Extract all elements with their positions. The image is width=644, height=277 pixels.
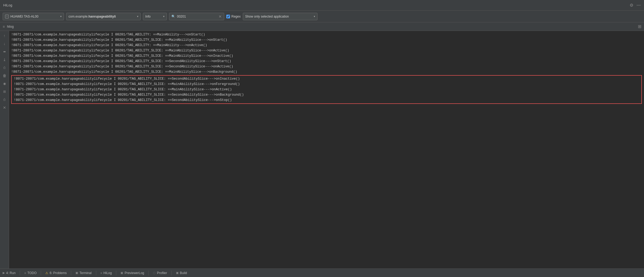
status-divider [41, 271, 41, 275]
package-select[interactable]: com.example.hanrupageabilityli ▾ [66, 13, 141, 20]
status-divider [71, 271, 71, 275]
log-container: ≡ hilog ⊞ ↑ ↓ ⬌ ⤓ ⎙ 🗑 ◉ ⊞ ⎙ ✕ !8071-2807… [0, 22, 644, 268]
log-line: !8071-28071/com.example.hanrupageability… [9, 48, 644, 53]
package-chevron: ▾ [137, 15, 138, 18]
regex-label[interactable]: Regex [226, 15, 241, 18]
status-problems[interactable]: ⚠ 6: Problems [45, 271, 67, 275]
log-lines[interactable]: !8071-28071/com.example.hanrupageability… [9, 31, 644, 268]
log-line: !8071-28071/com.example.hanrupageability… [9, 64, 644, 69]
package-label: com.example.hanrupageabilityli [69, 15, 116, 18]
hilog-icon: ≡ [100, 271, 102, 275]
profiler-label: Profiler [157, 271, 167, 275]
scroll-to-end-button[interactable]: ⤓ [1, 56, 8, 63]
status-divider [171, 271, 172, 275]
status-run[interactable]: ▶ 4: Run [3, 271, 15, 275]
search-clear-button[interactable]: ✕ [219, 14, 222, 19]
print-button[interactable]: ⎙ [1, 64, 8, 71]
log-line: !8071-28071/com.example.hanrupageability… [9, 32, 644, 37]
terminal-label: Terminal [79, 271, 91, 275]
log-line: !8071-28071/com.example.hanrupageability… [9, 69, 644, 75]
previewerlog-icon: ▣ [120, 271, 123, 275]
log-line: !8071-28071/com.example.hanrupageability… [12, 92, 641, 97]
toolbar: □ HUAWEI TAS-AL00 ▾ com.example.hanrupag… [0, 11, 644, 22]
status-todo[interactable]: ≡ TODO [24, 271, 37, 275]
device-chevron: ▾ [60, 15, 62, 18]
log-line: !8071-28071/com.example.hanrupageability… [12, 97, 641, 103]
profiler-icon: ◌ [153, 271, 156, 275]
log-line: !8071-28071/com.example.hanrupageability… [12, 82, 641, 87]
status-divider [148, 271, 149, 275]
todo-label: TODO [27, 271, 37, 275]
title-bar: HiLog ⚙ — [0, 0, 644, 11]
search-icon: 🔍 [171, 15, 175, 18]
level-label: Info [145, 15, 151, 18]
status-bar: ▶ 4: Run ≡ TODO ⚠ 6: Problems ▣ Terminal… [0, 268, 644, 277]
close-button[interactable]: ✕ [1, 104, 8, 111]
scroll-down-button[interactable]: ↓ [1, 40, 8, 47]
highlight-region: !8071-28071/com.example.hanrupageability… [11, 75, 642, 104]
search-input[interactable] [177, 15, 217, 18]
status-terminal[interactable]: ▣ Terminal [75, 271, 91, 275]
status-hilog[interactable]: ≡ HiLog [100, 271, 112, 275]
status-build[interactable]: ▣ Build [176, 271, 187, 275]
status-previewerlog[interactable]: ▣ PreviewerLog [120, 271, 144, 275]
regex-checkbox[interactable] [226, 15, 230, 18]
log-line: !8071-28071/com.example.hanrupageability… [9, 37, 644, 43]
log-header: ≡ hilog ⊞ [0, 22, 644, 31]
run-icon: ▶ [3, 271, 5, 275]
log-line: !8071-28071/com.example.hanrupageability… [9, 59, 644, 64]
build-label: Build [180, 271, 187, 275]
level-chevron: ▾ [163, 15, 164, 18]
log-line: !8071-28071/com.example.hanrupageability… [12, 87, 641, 92]
clear-button[interactable]: 🗑 [1, 72, 8, 79]
log-line: !8071-28071/com.example.hanrupageability… [9, 43, 644, 48]
wrap-button[interactable]: ⬌ [1, 48, 8, 55]
layout-icon[interactable]: ⊞ [638, 24, 641, 29]
log-title-section: ≡ hilog [3, 25, 14, 29]
export-button[interactable]: ⎙ [1, 96, 8, 103]
search-box: 🔍 ✕ [169, 13, 224, 20]
show-application-select[interactable]: Show only selected application ▾ [243, 13, 317, 20]
log-body: ↑ ↓ ⬌ ⤓ ⎙ 🗑 ◉ ⊞ ⎙ ✕ !8071-28071/com.exam… [0, 31, 644, 268]
log-line: !8071-28071/com.example.hanrupageability… [9, 53, 644, 59]
scroll-up-button[interactable]: ↑ [1, 32, 8, 39]
problems-label: 6: Problems [50, 271, 67, 275]
device-icon: □ [5, 15, 9, 18]
hamburger-icon[interactable]: ≡ [3, 25, 5, 29]
show-chevron: ▾ [314, 15, 315, 18]
status-divider [96, 271, 96, 275]
regex-text: Regex [231, 15, 241, 18]
todo-icon: ≡ [24, 271, 26, 275]
columns-button[interactable]: ⊞ [1, 88, 8, 95]
status-divider [116, 271, 116, 275]
terminal-icon: ▣ [75, 271, 78, 275]
device-label: HUAWEI TAS-AL00 [10, 15, 38, 18]
level-select[interactable]: Info ▾ [143, 13, 167, 20]
window-controls: ⚙ — [630, 3, 641, 8]
minimize-icon[interactable]: — [637, 3, 641, 8]
run-label: 4: Run [6, 271, 15, 275]
status-divider [20, 271, 20, 275]
build-icon: ▣ [176, 271, 179, 275]
log-line: !8071-28071/com.example.hanrupageability… [12, 76, 641, 82]
log-title: hilog [7, 25, 14, 28]
previewerlog-label: PreviewerLog [124, 271, 144, 275]
app-title: HiLog [3, 3, 12, 7]
problems-icon: ⚠ [45, 271, 48, 275]
show-label: Show only selected application [245, 15, 289, 18]
status-profiler[interactable]: ◌ Profiler [153, 271, 167, 275]
log-sidebar: ↑ ↓ ⬌ ⤓ ⎙ 🗑 ◉ ⊞ ⎙ ✕ [0, 31, 9, 268]
camera-button[interactable]: ◉ [1, 80, 8, 87]
settings-icon[interactable]: ⚙ [630, 3, 633, 8]
device-select[interactable]: □ HUAWEI TAS-AL00 ▾ [3, 13, 64, 20]
hilog-label: HiLog [103, 271, 112, 275]
